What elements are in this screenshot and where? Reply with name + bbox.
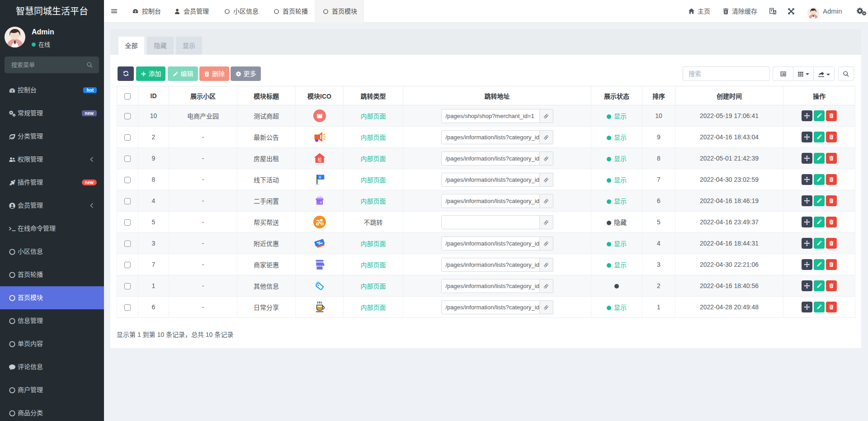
svg-text:¥: ¥: [318, 175, 321, 180]
svg-text:二手: 二手: [316, 201, 322, 204]
svg-text:租: 租: [317, 157, 322, 162]
